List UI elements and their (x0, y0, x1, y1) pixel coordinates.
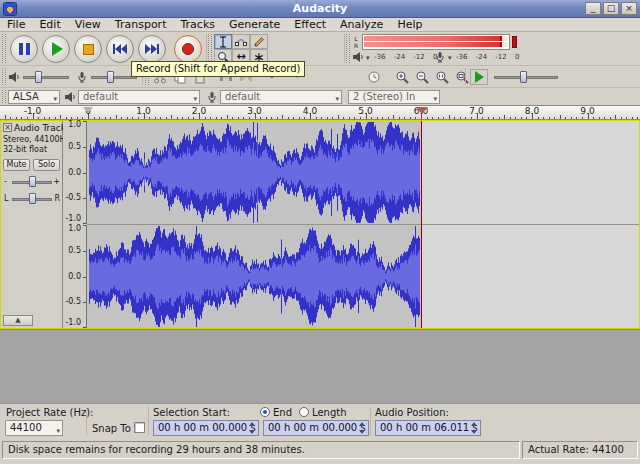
ruler-tick (482, 117, 483, 119)
audio-host-select[interactable]: ALSA▾ (8, 90, 60, 104)
recording-meter-dropdown-arrow[interactable]: ▾ (448, 54, 452, 62)
slider-thumb[interactable] (520, 71, 527, 83)
audio-position-field[interactable]: 00 h 00 m 06.011 s (375, 420, 481, 436)
spinner-arrows[interactable] (359, 422, 367, 434)
minimize-button[interactable]: _ (585, 2, 601, 15)
snap-to-checkbox[interactable] (134, 422, 145, 433)
zoom-out-icon (415, 70, 429, 84)
slider-thumb[interactable] (35, 71, 42, 83)
slider-thumb[interactable] (29, 193, 36, 204)
playback-meter-speaker-icon[interactable] (352, 51, 364, 63)
menu-item-effect[interactable]: Effect (287, 18, 333, 31)
slider-thumb[interactable] (107, 71, 114, 83)
selection-end-field[interactable]: 00 h 00 m 00.000 s (263, 420, 369, 436)
gain-slider[interactable]: - + (3, 175, 61, 189)
fit-project-button[interactable] (453, 68, 471, 85)
transport-toolbar-grip[interactable] (2, 34, 6, 63)
ruler-tick (526, 117, 527, 119)
menu-item-transport[interactable]: Transport (108, 18, 174, 31)
menu-item-file[interactable]: File (0, 18, 32, 31)
menu-item-tracks[interactable]: Tracks (173, 18, 222, 31)
chevron-down-icon: ▾ (335, 93, 339, 104)
menu-item-help[interactable]: Help (390, 18, 429, 31)
waveform-channel-left[interactable] (87, 121, 639, 224)
selection-start-label: Selection Start: (153, 407, 230, 419)
zoom-in-button[interactable] (393, 68, 411, 85)
play-icon (52, 42, 63, 56)
selection-start-field[interactable]: 00 h 00 m 00.000 s (153, 420, 259, 436)
track-collapse-button[interactable]: ▲ (3, 315, 33, 326)
ruler-tick (621, 117, 622, 119)
ruler-tick (171, 115, 172, 119)
menu-item-edit[interactable]: Edit (32, 18, 67, 31)
end-radio[interactable] (260, 407, 270, 417)
envelope-tool-button[interactable] (232, 34, 250, 49)
ruler-tick (504, 115, 505, 119)
track-close-button[interactable]: × (3, 123, 12, 132)
output-volume-slider[interactable] (23, 70, 69, 84)
playback-speed-slider[interactable] (494, 70, 558, 84)
ruler-label: 5.0 (358, 106, 372, 116)
draw-tool-icon (253, 36, 265, 48)
selection-tool-button[interactable] (214, 34, 232, 49)
waveform-channel-right[interactable] (87, 225, 639, 328)
ruler-tick (177, 117, 178, 119)
input-channels-value: 2 (Stereo) In (353, 91, 415, 102)
record-button[interactable] (174, 35, 202, 63)
gain-minus-label: - (4, 177, 7, 186)
ruler-tick (599, 117, 600, 119)
length-radio[interactable] (299, 407, 309, 417)
ruler-tick (66, 117, 67, 119)
selection-tool-icon (218, 36, 228, 48)
vertical-ruler-bottom-channel: 1.00.50.0-0.5-1.0 (63, 225, 87, 328)
ruler-tick (382, 117, 383, 119)
ruler-tick (249, 117, 250, 119)
end-radio-label: End (273, 407, 292, 419)
mixer-toolbar-grip[interactable] (2, 68, 6, 85)
project-rate-value: 44100 (10, 422, 42, 433)
skip-to-end-button[interactable] (138, 35, 166, 63)
skip-to-start-button[interactable] (106, 35, 134, 63)
recording-meter-mic-icon[interactable] (434, 51, 446, 63)
ruler-tick (299, 117, 300, 119)
pan-slider[interactable]: L R (3, 192, 61, 206)
output-device-select[interactable]: default▾ (78, 90, 200, 104)
meter-toolbar-grip[interactable] (346, 34, 350, 63)
playback-meter-dropdown-arrow[interactable]: ▾ (366, 54, 370, 62)
ruler-tick (77, 117, 78, 119)
slider-thumb[interactable] (29, 176, 36, 187)
menu-item-analyze[interactable]: Analyze (333, 18, 390, 31)
spinner-arrows[interactable] (249, 422, 257, 434)
recording-meter[interactable] (362, 34, 510, 50)
pause-button[interactable] (10, 35, 38, 63)
sync-lock-button[interactable] (365, 68, 383, 85)
stop-button[interactable] (74, 35, 102, 63)
zoom-out-button[interactable] (413, 68, 431, 85)
input-device-select[interactable]: default▾ (220, 90, 342, 104)
audacity-window: Audacity _ □ × FileEditViewTransportTrac… (0, 0, 640, 464)
ruler-tick (321, 117, 322, 119)
menu-item-generate[interactable]: Generate (222, 18, 287, 31)
input-channels-select[interactable]: 2 (Stereo) In▾ (348, 90, 440, 104)
tools-toolbar-grip[interactable] (208, 34, 212, 63)
input-volume-mic-icon (76, 71, 88, 83)
amplitude-tick (83, 277, 86, 278)
solo-button[interactable]: Solo (33, 159, 60, 171)
device-toolbar-grip[interactable] (2, 90, 6, 103)
draw-tool-button[interactable] (250, 34, 268, 49)
project-rate-select[interactable]: 44100▾ (5, 420, 63, 436)
play-at-speed-button[interactable] (470, 69, 488, 85)
maximize-button[interactable]: □ (603, 2, 619, 15)
spinner-arrows[interactable] (471, 422, 479, 434)
menu-item-view[interactable]: View (68, 18, 108, 31)
pan-left-label: L (4, 194, 8, 203)
fit-selection-button[interactable] (433, 68, 451, 85)
play-button[interactable] (42, 35, 70, 63)
close-button[interactable]: × (621, 2, 637, 15)
ruler-tick (510, 117, 511, 119)
toolbar-separator (86, 407, 87, 435)
mute-button[interactable]: Mute (3, 159, 30, 171)
timeline-ruler[interactable]: -1.001.02.03.04.05.06.07.08.09.0 (0, 106, 640, 120)
ruler-tick (371, 117, 372, 119)
input-device-mic-icon (206, 91, 218, 103)
